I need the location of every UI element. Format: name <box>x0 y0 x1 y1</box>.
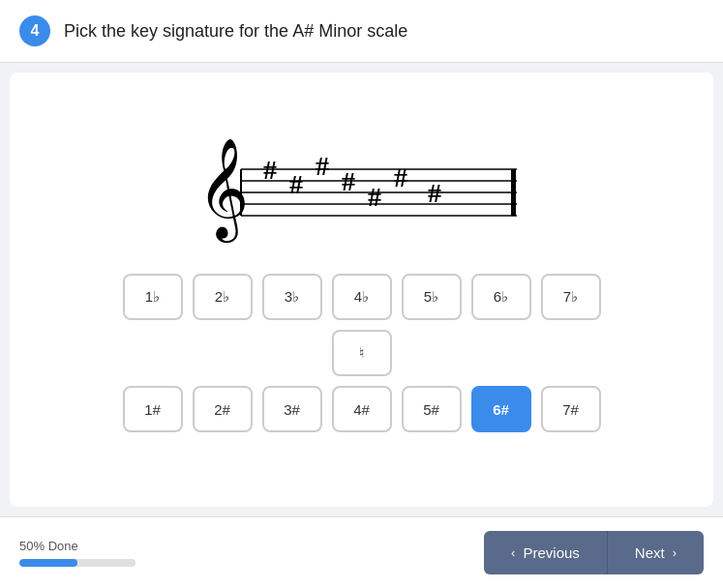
progress-bar-container <box>19 559 136 567</box>
svg-text:𝄞: 𝄞 <box>197 139 249 244</box>
option-4s[interactable]: 4# <box>332 386 392 432</box>
svg-text:#: # <box>316 151 329 181</box>
svg-text:#: # <box>342 166 355 196</box>
question-header: 4 Pick the key signature for the A# Mino… <box>0 0 723 63</box>
main-content: 𝄞 # # # # # # # 1♭ 2♭ 3♭ 4♭ 5♭ 6♭ <box>10 73 713 507</box>
option-1s[interactable]: 1# <box>123 386 183 432</box>
question-text: Pick the key signature for the A# Minor … <box>64 21 407 42</box>
option-6s[interactable]: 6# <box>471 386 531 432</box>
option-2b[interactable]: 2♭ <box>193 274 253 320</box>
sharps-row: 1# 2# 3# 4# 5# 6# 7# <box>123 386 601 432</box>
previous-label: Previous <box>523 544 579 561</box>
svg-text:#: # <box>394 162 407 192</box>
progress-section: 50% Done <box>19 539 136 567</box>
option-2s[interactable]: 2# <box>193 386 253 432</box>
svg-text:#: # <box>289 169 303 199</box>
flats-row: 1♭ 2♭ 3♭ 4♭ 5♭ 6♭ 7♭ <box>123 274 601 320</box>
option-1b[interactable]: 1♭ <box>123 274 183 320</box>
svg-text:#: # <box>263 155 277 185</box>
option-7b[interactable]: 7♭ <box>541 274 601 320</box>
option-4b[interactable]: 4♭ <box>332 274 392 320</box>
previous-button[interactable]: ‹ Previous <box>484 531 608 574</box>
option-7s[interactable]: 7# <box>541 386 601 432</box>
options-section: 1♭ 2♭ 3♭ 4♭ 5♭ 6♭ 7♭ ♮ 1# 2# 3# 4# 5# 6#… <box>29 274 694 432</box>
option-3s[interactable]: 3# <box>262 386 322 432</box>
progress-label: 50% Done <box>19 539 136 553</box>
svg-text:#: # <box>428 178 441 208</box>
nav-buttons: ‹ Previous Next › <box>484 531 704 574</box>
footer: 50% Done ‹ Previous Next › <box>0 516 723 588</box>
svg-text:#: # <box>368 182 381 212</box>
chevron-left-icon: ‹ <box>511 545 515 560</box>
option-5b[interactable]: 5♭ <box>402 274 462 320</box>
natural-row: ♮ <box>332 330 392 376</box>
option-6b[interactable]: 6♭ <box>471 274 531 320</box>
music-notation: 𝄞 # # # # # # # <box>188 82 536 256</box>
option-natural[interactable]: ♮ <box>332 330 392 376</box>
progress-bar-fill <box>19 559 77 567</box>
option-5s[interactable]: 5# <box>402 386 462 432</box>
question-number-badge: 4 <box>19 15 50 46</box>
next-button[interactable]: Next › <box>608 531 704 574</box>
option-3b[interactable]: 3♭ <box>262 274 322 320</box>
chevron-right-icon: › <box>673 545 677 560</box>
next-label: Next <box>635 544 665 561</box>
